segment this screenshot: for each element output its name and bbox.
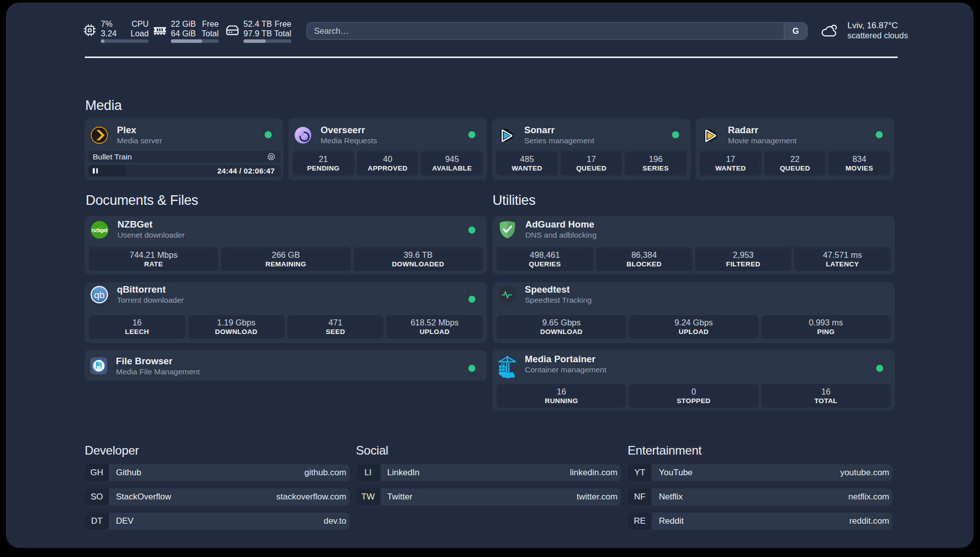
adguard-subtitle: DNS and adblocking	[525, 230, 596, 240]
stat-value: 39.6 TB	[404, 250, 433, 260]
bookmark-youtube[interactable]: YT YouTube youtube.com	[628, 464, 892, 481]
plex-now-playing-row: Bullet Train	[88, 151, 281, 162]
stat-value: 9.65 Gbps	[542, 318, 581, 327]
stat-label: STOPPED	[677, 397, 710, 405]
adguard-stat-queries: 498,461 QUERIES	[497, 247, 593, 271]
speedtest-stat-download: 9.65 Gbps DOWNLOAD	[497, 315, 626, 339]
adguard-logo	[498, 220, 517, 239]
stat-label: UPLOAD	[419, 327, 449, 336]
dashboard: 7%CPU 3.24Load 22 GiBFree 64 GiBTotal	[6, 3, 973, 548]
speedtest-logo	[498, 286, 516, 304]
svg-text:nzbget: nzbget	[92, 227, 108, 233]
disk-free-value: 52.4 TB	[243, 19, 272, 29]
overseerr-stat-available: 945 AVAILABLE	[421, 151, 483, 176]
disk-total-label: Total	[274, 29, 291, 38]
stat-value: 16	[821, 387, 830, 397]
memory-progress-track	[171, 39, 219, 43]
bookmark-abbr: RE	[628, 513, 652, 530]
radarr-link[interactable]: Radarr Movie management	[701, 126, 869, 145]
speedtest-stat-ping: 0.993 ms PING	[761, 315, 891, 339]
stat-value: 945	[445, 154, 459, 164]
filebrowser-subtitle: Media File Management	[116, 367, 200, 376]
speedtest-link[interactable]: Speedtest Speedtest Tracking	[498, 286, 870, 305]
filebrowser-link[interactable]: File Browser Media File Management	[90, 357, 462, 376]
search-provider-button[interactable]: G	[784, 23, 807, 39]
bookmark-linkedin[interactable]: LI LinkedIn linkedin.com	[356, 464, 621, 481]
portainer-title: Media Portainer	[525, 354, 606, 365]
portainer-status-dot	[876, 365, 883, 372]
plex-subtitle: Media server	[117, 136, 162, 145]
bookmark-abbr: GH	[85, 464, 109, 481]
search-bar: G	[307, 22, 808, 40]
sonarr-link[interactable]: Sonarr Series management	[498, 126, 665, 145]
pause-button[interactable]	[89, 165, 101, 177]
radarr-stat-queued: 22 QUEUED	[764, 151, 826, 176]
service-card-qbittorrent: qb qBittorrent Torrent downloader 16 LEE…	[85, 282, 487, 343]
bookmark-group-heading-entertainment: Entertainment	[628, 443, 702, 458]
bookmark-name: Reddit	[659, 516, 849, 526]
qbittorrent-logo: qb	[90, 286, 108, 304]
bookmark-group-heading-developer: Developer	[85, 443, 139, 458]
stat-value: 471	[329, 318, 343, 327]
plex-time: 24:44 / 02:06:47	[217, 166, 275, 175]
bookmark-name: Twitter	[387, 492, 577, 502]
stat-label: SEED	[326, 327, 345, 336]
bookmark-url: youtube.com	[840, 468, 889, 478]
qbittorrent-subtitle: Torrent downloader	[117, 295, 184, 305]
qbittorrent-link[interactable]: qb qBittorrent Torrent downloader	[90, 286, 462, 305]
bookmark-dev[interactable]: DT DEV dev.to	[85, 513, 349, 530]
memory-progress-fill	[171, 39, 202, 43]
weather-location-temp: Lviv, 16.87°C	[847, 21, 908, 31]
disk-total-value: 97.9 TB	[243, 29, 272, 38]
stat-label: APPROVED	[368, 164, 408, 173]
plex-link[interactable]: Plex Media server	[90, 126, 258, 145]
stat-label: LATENCY	[826, 260, 859, 268]
adguard-link[interactable]: AdGuard Home DNS and adblocking	[498, 220, 870, 240]
bookmark-reddit[interactable]: RE Reddit reddit.com	[628, 513, 892, 530]
memory-icon	[153, 24, 166, 37]
memory-total-value: 64 GiB	[171, 29, 196, 38]
bookmark-netflix[interactable]: NF Netflix netflix.com	[628, 488, 892, 506]
stat-value: 618.52 Mbps	[410, 318, 458, 327]
service-card-nzbget: nzbget NZBGet Usenet downloader 744.21 M…	[85, 216, 487, 274]
plex-media-title: Bullet Train	[93, 152, 267, 161]
qbittorrent-stat-leech: 16 LEECH	[89, 315, 186, 339]
service-card-filebrowser: File Browser Media File Management	[85, 350, 487, 381]
nzbget-stat-downloaded: 39.6 TB DOWNLOADED	[353, 247, 483, 271]
portainer-link[interactable]: Media Portainer Container management	[498, 355, 870, 378]
cpu-progress-track	[101, 39, 149, 43]
radarr-subtitle: Movie management	[728, 136, 797, 145]
bookmark-url: twitter.com	[577, 492, 618, 502]
stat-value: 744.21 Mbps	[130, 250, 177, 260]
qbittorrent-stat-seed: 471 SEED	[287, 315, 384, 339]
overseerr-subtitle: Media Requests	[321, 136, 377, 145]
service-card-speedtest: Speedtest Speedtest Tracking 9.65 Gbps D…	[493, 282, 895, 343]
stat-label: UPLOAD	[679, 327, 708, 336]
stat-value: 17	[587, 154, 596, 164]
overseerr-status-dot	[468, 131, 475, 138]
portainer-stat-total: 16 TOTAL	[761, 384, 891, 408]
search-input[interactable]	[307, 23, 784, 39]
bookmark-url: stackoverflow.com	[276, 492, 346, 502]
nzbget-link[interactable]: nzbget NZBGet Usenet downloader	[90, 220, 462, 240]
weather-widget: Lviv, 16.87°C scattered clouds	[820, 21, 908, 41]
radarr-stat-movies: 834 MOVIES	[828, 151, 890, 176]
stat-label: AVAILABLE	[432, 164, 472, 173]
stat-label: WANTED	[715, 164, 746, 173]
service-card-plex: Plex Media server Bullet Train 24:44 / 0…	[85, 118, 283, 180]
bookmark-stackoverflow[interactable]: SO StackOverflow stackoverflow.com	[85, 488, 349, 506]
nzbget-stat-remaining: 266 GB REMAINING	[221, 247, 350, 271]
bookmark-github[interactable]: GH Github github.com	[85, 464, 349, 481]
memory-total-label: Total	[202, 29, 219, 38]
stat-label: PENDING	[307, 164, 339, 173]
sonarr-subtitle: Series management	[524, 136, 594, 145]
stat-value: 0.993 ms	[809, 318, 843, 327]
adguard-stat-filtered: 2,953 FILTERED	[695, 247, 792, 271]
disk-progress-track	[243, 39, 291, 43]
plex-logo	[90, 126, 108, 144]
qbittorrent-stat-upload: 618.52 Mbps UPLOAD	[386, 315, 483, 339]
bookmark-twitter[interactable]: TW Twitter twitter.com	[356, 488, 621, 506]
bookmark-abbr: NF	[628, 488, 652, 506]
overseerr-link[interactable]: Overseerr Media Requests	[294, 126, 462, 145]
bookmark-abbr: DT	[85, 513, 109, 530]
